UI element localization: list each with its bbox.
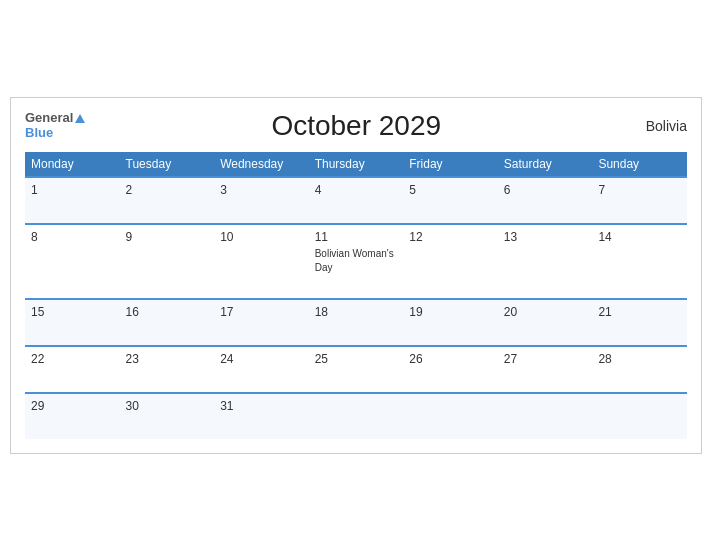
weekday-header-thursday: Thursday <box>309 152 404 177</box>
weekday-header-monday: Monday <box>25 152 120 177</box>
calendar-cell: 24 <box>214 346 309 393</box>
calendar-cell: 4 <box>309 177 404 224</box>
calendar-cell: 29 <box>25 393 120 439</box>
calendar-cell: 16 <box>120 299 215 346</box>
calendar-cell: 23 <box>120 346 215 393</box>
day-number: 1 <box>31 183 114 197</box>
logo: General Blue <box>25 111 85 140</box>
day-number: 8 <box>31 230 114 244</box>
day-number: 18 <box>315 305 398 319</box>
calendar-container: General Blue October 2029 Bolivia Monday… <box>10 97 702 454</box>
calendar-cell: 11Bolivian Woman's Day <box>309 224 404 299</box>
calendar-thead: MondayTuesdayWednesdayThursdayFridaySatu… <box>25 152 687 177</box>
day-number: 13 <box>504 230 587 244</box>
day-number: 28 <box>598 352 681 366</box>
day-number: 15 <box>31 305 114 319</box>
day-number: 23 <box>126 352 209 366</box>
weekday-header-tuesday: Tuesday <box>120 152 215 177</box>
day-number: 26 <box>409 352 492 366</box>
calendar-cell <box>498 393 593 439</box>
day-number: 25 <box>315 352 398 366</box>
weekday-header-saturday: Saturday <box>498 152 593 177</box>
calendar-cell: 28 <box>592 346 687 393</box>
calendar-cell: 27 <box>498 346 593 393</box>
calendar-cell: 1 <box>25 177 120 224</box>
day-number: 22 <box>31 352 114 366</box>
week-row-2: 891011Bolivian Woman's Day121314 <box>25 224 687 299</box>
weekday-header-sunday: Sunday <box>592 152 687 177</box>
calendar-cell <box>309 393 404 439</box>
day-number: 21 <box>598 305 681 319</box>
calendar-cell: 12 <box>403 224 498 299</box>
day-number: 6 <box>504 183 587 197</box>
calendar-cell: 20 <box>498 299 593 346</box>
day-number: 16 <box>126 305 209 319</box>
weekday-header-friday: Friday <box>403 152 498 177</box>
day-number: 30 <box>126 399 209 413</box>
calendar-cell: 14 <box>592 224 687 299</box>
day-number: 3 <box>220 183 303 197</box>
day-number: 12 <box>409 230 492 244</box>
day-number: 17 <box>220 305 303 319</box>
calendar-cell: 30 <box>120 393 215 439</box>
calendar-table: MondayTuesdayWednesdayThursdayFridaySatu… <box>25 152 687 439</box>
calendar-header: General Blue October 2029 Bolivia <box>25 110 687 142</box>
day-number: 27 <box>504 352 587 366</box>
week-row-4: 22232425262728 <box>25 346 687 393</box>
day-number: 4 <box>315 183 398 197</box>
calendar-cell: 6 <box>498 177 593 224</box>
weekday-header-wednesday: Wednesday <box>214 152 309 177</box>
calendar-cell: 13 <box>498 224 593 299</box>
calendar-cell: 2 <box>120 177 215 224</box>
calendar-cell: 25 <box>309 346 404 393</box>
day-number: 11 <box>315 230 398 244</box>
week-row-3: 15161718192021 <box>25 299 687 346</box>
logo-triangle-icon <box>75 114 85 123</box>
event-text: Bolivian Woman's Day <box>315 248 394 273</box>
day-number: 19 <box>409 305 492 319</box>
calendar-country: Bolivia <box>627 118 687 134</box>
day-number: 29 <box>31 399 114 413</box>
calendar-cell: 5 <box>403 177 498 224</box>
day-number: 14 <box>598 230 681 244</box>
calendar-cell: 26 <box>403 346 498 393</box>
day-number: 24 <box>220 352 303 366</box>
calendar-cell: 8 <box>25 224 120 299</box>
calendar-cell: 31 <box>214 393 309 439</box>
calendar-cell: 22 <box>25 346 120 393</box>
weekday-header-row: MondayTuesdayWednesdayThursdayFridaySatu… <box>25 152 687 177</box>
week-row-5: 293031 <box>25 393 687 439</box>
calendar-cell <box>592 393 687 439</box>
calendar-cell: 3 <box>214 177 309 224</box>
calendar-tbody: 1234567891011Bolivian Woman's Day1213141… <box>25 177 687 439</box>
week-row-1: 1234567 <box>25 177 687 224</box>
day-number: 5 <box>409 183 492 197</box>
logo-general: General <box>25 111 73 125</box>
day-number: 31 <box>220 399 303 413</box>
day-number: 20 <box>504 305 587 319</box>
calendar-cell: 15 <box>25 299 120 346</box>
day-number: 10 <box>220 230 303 244</box>
calendar-cell <box>403 393 498 439</box>
calendar-cell: 9 <box>120 224 215 299</box>
calendar-cell: 18 <box>309 299 404 346</box>
day-number: 7 <box>598 183 681 197</box>
calendar-cell: 17 <box>214 299 309 346</box>
day-number: 9 <box>126 230 209 244</box>
calendar-cell: 7 <box>592 177 687 224</box>
calendar-cell: 10 <box>214 224 309 299</box>
day-number: 2 <box>126 183 209 197</box>
logo-blue: Blue <box>25 126 53 140</box>
calendar-cell: 19 <box>403 299 498 346</box>
calendar-title: October 2029 <box>85 110 627 142</box>
calendar-cell: 21 <box>592 299 687 346</box>
